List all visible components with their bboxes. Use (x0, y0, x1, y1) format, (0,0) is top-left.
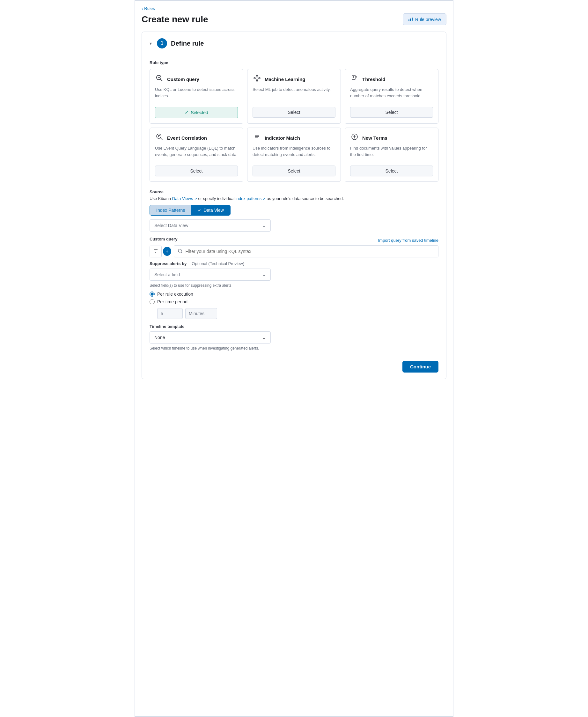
radio-per-rule-input[interactable] (150, 291, 155, 296)
expand-icon[interactable]: ▾ (150, 41, 152, 46)
rule-preview-button[interactable]: Rule preview (403, 14, 446, 25)
svg-point-8 (256, 80, 258, 81)
source-section: Source Use Kibana Data Views ↗ or specif… (150, 189, 438, 231)
import-query-link[interactable]: Import query from saved timeline (378, 238, 438, 243)
rule-card-new-terms: New Terms Find documents with values app… (345, 128, 438, 182)
rule-cards-grid: Custom query Use KQL or Lucene to detect… (150, 69, 438, 182)
indicator-match-icon (253, 133, 261, 143)
page-wrapper: ‹ Rules Create new rule Rule preview ▾ 1… (134, 0, 454, 717)
suppress-radio-group: Per rule execution Per time period (150, 291, 438, 304)
data-views-link[interactable]: Data Views ↗ (172, 196, 198, 201)
svg-point-9 (254, 78, 255, 79)
custom-query-icon (155, 74, 164, 84)
svg-point-7 (256, 75, 258, 76)
tab-index-label: Index Patterns (156, 208, 185, 213)
suppress-field-chevron: ⌄ (262, 272, 266, 277)
threshold-icon (350, 74, 359, 84)
event-correlation-icon (155, 133, 164, 143)
checkmark-icon: ✓ (185, 110, 189, 116)
svg-point-10 (259, 78, 260, 79)
rule-card-title-ml: Machine Learning (265, 77, 306, 82)
timeline-value: None (154, 335, 165, 340)
rule-card-threshold: Threshold Aggregate query results to det… (345, 69, 438, 124)
section-divider (150, 55, 438, 55)
suppress-field-placeholder: Select a field (154, 272, 180, 277)
svg-rect-2 (412, 18, 413, 21)
svg-line-32 (181, 252, 182, 253)
query-row: Custom query Import query from saved tim… (150, 237, 438, 244)
time-period-row (157, 308, 438, 319)
query-search-icon (178, 249, 182, 254)
tab-data-view[interactable]: ✓ Data View (191, 205, 230, 215)
suppress-alerts-section: Suppress alerts by Optional (Technical P… (150, 261, 438, 319)
suppress-hint: Select field(s) to use for suppressing e… (150, 283, 438, 288)
continue-button[interactable]: Continue (402, 361, 438, 372)
custom-query-label: Custom query (150, 237, 177, 242)
radio-per-rule: Per rule execution (150, 291, 438, 296)
svg-line-19 (161, 138, 162, 140)
section-header: ▾ 1 Define rule (150, 38, 438, 48)
radio-per-rule-label: Per rule execution (157, 291, 193, 296)
rule-preview-icon (408, 16, 413, 22)
select-button-ml[interactable]: Select (253, 107, 335, 118)
step-badge: 1 (157, 38, 167, 48)
rule-card-header-machine-learning: Machine Learning (253, 74, 335, 84)
rule-card-header-threshold: Threshold (350, 74, 433, 84)
timeline-dropdown[interactable]: None ⌄ (150, 331, 271, 344)
rule-card-title-threshold: Threshold (362, 77, 385, 82)
rule-card-desc-indicator-match: Use indicators from intelligence sources… (253, 145, 335, 161)
data-view-chevron: ⌄ (262, 223, 266, 228)
select-button-new-terms[interactable]: Select (350, 166, 433, 177)
rule-card-desc-threshold: Aggregate query results to detect when n… (350, 86, 433, 102)
timeline-chevron: ⌄ (262, 335, 266, 340)
suppress-row: Suppress alerts by Optional (Technical P… (150, 261, 438, 266)
rule-card-title-event-correlation: Event Correlation (167, 135, 207, 141)
radio-per-time: Per time period (150, 299, 438, 304)
suppress-label: Suppress alerts by (150, 261, 187, 266)
back-link[interactable]: ‹ Rules (142, 6, 155, 11)
rule-card-indicator-match: Indicator Match Use indicators from inte… (247, 128, 341, 182)
index-patterns-link[interactable]: index patterns ↗ (236, 196, 267, 201)
select-button-threshold[interactable]: Select (350, 107, 433, 118)
back-label: Rules (144, 6, 155, 11)
suppress-field-dropdown[interactable]: Select a field ⌄ (150, 269, 271, 281)
footer-row: Continue (150, 358, 438, 372)
radio-per-time-input[interactable] (150, 299, 155, 304)
time-unit-input[interactable] (185, 308, 217, 319)
selected-label: Selected (191, 110, 208, 115)
radio-per-time-label: Per time period (157, 299, 188, 304)
rule-card-title-indicator-match: Indicator Match (265, 135, 300, 141)
kql-query-input[interactable] (184, 246, 434, 257)
new-terms-icon (350, 133, 359, 143)
index-patterns-link-text: index patterns (236, 196, 262, 201)
rule-card-desc-event-correlation: Use Event Query Language (EQL) to match … (155, 145, 238, 161)
custom-query-section: Custom query Import query from saved tim… (150, 237, 438, 258)
data-view-placeholder: Select Data View (154, 223, 188, 228)
rule-card-desc-ml: Select ML job to detect anomalous activi… (253, 86, 335, 102)
external-link-icon-2: ↗ (263, 197, 266, 201)
svg-rect-1 (410, 19, 411, 21)
select-button-event-correlation[interactable]: Select (155, 166, 238, 177)
rule-card-custom-query: Custom query Use KQL or Lucene to detect… (150, 69, 243, 124)
timeline-label: Timeline template (150, 324, 438, 329)
svg-line-4 (161, 79, 162, 81)
source-desc-middle: or specify individual (198, 196, 236, 201)
query-input-wrapper (174, 245, 438, 258)
rule-card-desc-custom-query: Use KQL or Lucene to detect issues acros… (155, 86, 238, 102)
data-view-dropdown[interactable]: Select Data View ⌄ (150, 220, 271, 231)
source-desc-suffix: as your rule's data source to be searche… (267, 196, 344, 201)
add-filter-button[interactable]: + (163, 247, 171, 256)
section-title: Define rule (171, 40, 204, 47)
tab-data-view-label: Data View (204, 208, 224, 213)
rule-card-event-correlation: Event Correlation Use Event Query Langua… (150, 128, 243, 182)
svg-rect-0 (408, 19, 410, 21)
select-button-custom-query[interactable]: ✓ Selected (155, 107, 238, 118)
tab-index-patterns[interactable]: Index Patterns (150, 205, 191, 215)
filter-options-button[interactable] (150, 246, 162, 258)
rule-type-label: Rule type (150, 60, 438, 65)
timeline-template-section: Timeline template None ⌄ Select which ti… (150, 324, 438, 350)
rule-card-title-custom-query: Custom query (167, 77, 199, 82)
time-value-input[interactable] (157, 308, 183, 319)
external-link-icon-1: ↗ (194, 197, 197, 201)
select-button-indicator-match[interactable]: Select (253, 166, 335, 177)
